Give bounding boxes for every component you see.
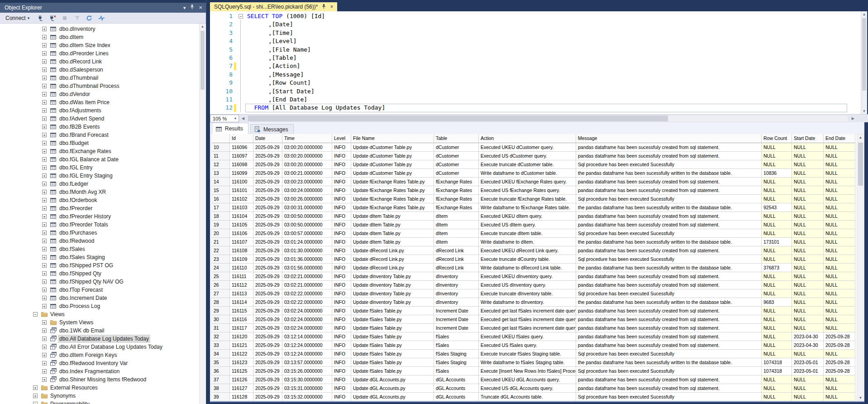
grid-cell[interactable]: Truncate dGL Accounts table.	[479, 393, 576, 401]
grid-cell[interactable]: 03:00:26.0000000	[282, 195, 332, 203]
grid-cell[interactable]: Update fExchange Rates Table.py	[351, 178, 434, 186]
expand-icon[interactable]: +	[42, 198, 47, 202]
disconnect-plug-icon[interactable]	[49, 14, 56, 21]
grid-cell[interactable]: dCustomer	[434, 152, 479, 160]
grid-cell[interactable]: 116110	[230, 264, 253, 272]
tree-item[interactable]: +dbo.fPurchases	[0, 229, 199, 237]
grid-cell[interactable]: the pandas dataframe has been sucessfull…	[576, 169, 762, 178]
connect-plug-icon[interactable]	[37, 14, 44, 21]
grid-cell[interactable]: pandas dataframe has been sucessfuly cre…	[576, 186, 762, 195]
grid-cell[interactable]: 2025-09-29	[253, 143, 282, 152]
grid-cell[interactable]: 03:00:50.0000000	[282, 221, 332, 229]
grid-cell[interactable]: pandas dataframe has been sucessfuly cre…	[576, 341, 762, 350]
grid-cell[interactable]: the pandas dataframe has been sucessfull…	[576, 358, 762, 367]
tree-item[interactable]: +dbo.dItem	[0, 33, 199, 41]
grid-cell[interactable]: Executed UKEU dItem query.	[479, 212, 576, 221]
grid-cell[interactable]: 2025-09-28	[824, 358, 855, 367]
expand-icon[interactable]: +	[42, 353, 47, 357]
grid-cell[interactable]: NULL	[824, 143, 855, 152]
tree-item[interactable]: +dbo.dPreorder Lines	[0, 49, 199, 58]
expand-icon[interactable]: +	[42, 263, 47, 268]
grid-cell[interactable]: 116097	[230, 152, 253, 160]
grid-cell[interactable]: 03:15:31.0000000	[282, 384, 332, 393]
code-line[interactable]: 5 ,[File Name]	[210, 46, 859, 54]
grid-rownum-cell[interactable]: 15	[212, 186, 230, 195]
grid-cell[interactable]: 116103	[230, 203, 253, 212]
grid-cell[interactable]: INFO	[332, 393, 351, 401]
grid-cell[interactable]: INFO	[332, 367, 351, 375]
grid-cell[interactable]: Update fSales Table.py	[351, 367, 434, 375]
grid-header-cell[interactable]: End Date	[824, 134, 855, 143]
grid-cell[interactable]: dItem	[434, 212, 479, 221]
code-line[interactable]: 8 ,[Message]	[210, 71, 859, 79]
grid-cell[interactable]: 2025-09-29	[253, 203, 282, 212]
grid-rownum-cell[interactable]: 11	[212, 152, 230, 160]
expand-icon[interactable]: +	[42, 27, 47, 31]
grid-cell[interactable]: 116111	[230, 272, 253, 281]
grid-cell[interactable]: dRecord Link	[434, 264, 479, 272]
grid-cell[interactable]: 116107	[230, 238, 253, 246]
grid-cell[interactable]: dItem	[434, 221, 479, 229]
grid-cell[interactable]: 2025-09-28	[824, 341, 855, 350]
grid-cell[interactable]: NULL	[792, 298, 824, 307]
grid-cell[interactable]: NULL	[792, 350, 824, 358]
expand-icon[interactable]: +	[42, 190, 47, 194]
grid-cell[interactable]: fExchange Rates	[434, 203, 479, 212]
grid-cell[interactable]: NULL	[762, 307, 792, 315]
sql-editor[interactable]: 1−SELECT TOP (1000) [Id]2 ,[Date]3 ,[Tim…	[210, 11, 867, 114]
expand-icon[interactable]: +	[42, 67, 47, 72]
code-line[interactable]: 1−SELECT TOP (1000) [Id]	[210, 12, 859, 20]
grid-cell[interactable]: 2025-09-28	[824, 332, 855, 341]
grid-header-cell[interactable]: Row Count	[762, 134, 792, 143]
grid-cell[interactable]: INFO	[332, 341, 351, 350]
grid-cell[interactable]: pandas dataframe has been sucessfuly cre…	[576, 324, 762, 332]
activity-icon[interactable]	[98, 14, 105, 21]
grid-rownum-cell[interactable]: 27	[212, 289, 230, 298]
grid-cell[interactable]: pandas dataframe has been sucessfuly cre…	[576, 212, 762, 221]
scroll-up-icon[interactable]: ▲	[857, 135, 864, 139]
grid-cell[interactable]: Update dGL Accounts.py	[351, 384, 434, 393]
grid-cell[interactable]: 2023-05-01	[792, 367, 824, 375]
grid-cell[interactable]: 03:00:50.0000000	[282, 212, 332, 221]
grid-cell[interactable]: 92543	[762, 203, 792, 212]
grid-rownum-cell[interactable]: 20	[212, 229, 230, 238]
grid-cell[interactable]: NULL	[792, 160, 824, 169]
grid-cell[interactable]: fSales Staging	[434, 350, 479, 358]
tree-item[interactable]: +dbo.Process Log	[0, 302, 199, 310]
grid-cell[interactable]: 03:02:24.0000000	[282, 324, 332, 332]
grid-header-cell[interactable]: File Name	[351, 134, 434, 143]
grid-cell[interactable]: 03:01:36.0000000	[282, 255, 332, 264]
grid-cell[interactable]: NULL	[824, 350, 855, 358]
tree-item[interactable]: +dbo.fPreorder History	[0, 212, 199, 221]
expand-icon[interactable]: +	[42, 222, 47, 227]
grid-cell[interactable]: NULL	[792, 203, 824, 212]
grid-cell[interactable]: dInventory	[434, 289, 479, 298]
grid-cell[interactable]: NULL	[824, 221, 855, 229]
tree-item[interactable]: +dbo.dItem Size Index	[0, 41, 199, 49]
grid-cell[interactable]: 116117	[230, 324, 253, 332]
connect-button[interactable]: Connect ▾	[4, 14, 31, 22]
grid-cell[interactable]: NULL	[824, 255, 855, 264]
expand-icon[interactable]: +	[42, 125, 47, 129]
grid-cell[interactable]: NULL	[762, 160, 792, 169]
grid-cell[interactable]: 116114	[230, 298, 253, 307]
expand-icon[interactable]: +	[42, 157, 47, 162]
grid-cell[interactable]: dItem	[434, 229, 479, 238]
grid-cell[interactable]: dGL Accounts	[434, 393, 479, 401]
grid-cell[interactable]: Write dataframe to dInventory.	[479, 298, 576, 307]
grid-cell[interactable]: Update fExchange Rates Table.py	[351, 203, 434, 212]
grid-cell[interactable]: Sql procedure has been executed Sucessfu…	[576, 289, 762, 298]
grid-cell[interactable]: INFO	[332, 307, 351, 315]
grid-cell[interactable]: INFO	[332, 160, 351, 169]
grid-cell[interactable]: 2025-09-29	[253, 178, 282, 186]
grid-cell[interactable]: Executed get last fSales increment date …	[479, 315, 576, 324]
grid-cell[interactable]: 2025-09-29	[253, 272, 282, 281]
grid-cell[interactable]: INFO	[332, 358, 351, 367]
tree-item[interactable]: +External Resources	[0, 384, 199, 392]
grid-rownum-cell[interactable]: 19	[212, 221, 230, 229]
grid-cell[interactable]: 2025-09-29	[253, 350, 282, 358]
grid-cell[interactable]: INFO	[332, 221, 351, 229]
tree-item[interactable]: +dbo.fLedger	[0, 180, 199, 188]
grid-cell[interactable]: INFO	[332, 143, 351, 152]
grid-rownum-cell[interactable]: 39	[212, 393, 230, 401]
